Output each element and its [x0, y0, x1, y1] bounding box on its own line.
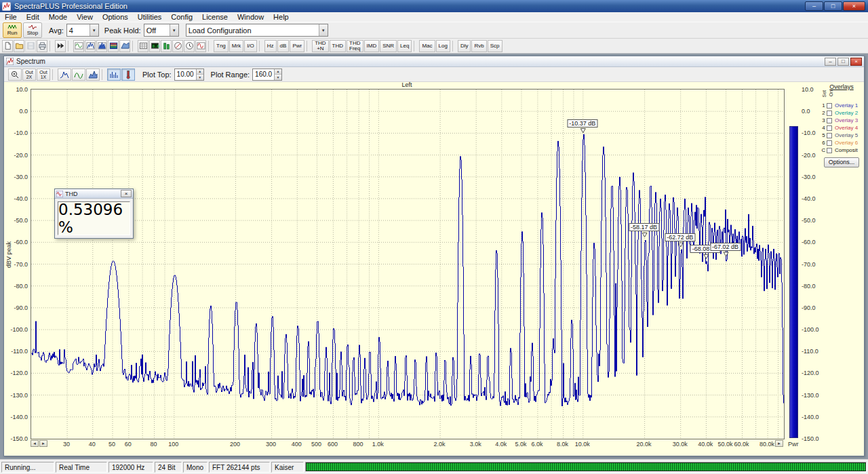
plot-top-input[interactable]: 10.00 ▲ ▼ [174, 68, 204, 81]
spin-up-icon[interactable]: ▲ [197, 69, 203, 75]
filled-curve-button[interactable] [86, 68, 100, 81]
toolbar-button-thd-n[interactable]: THD +N [312, 40, 328, 52]
overlay-set-number[interactable]: 3 [821, 117, 827, 123]
clock-button[interactable] [184, 40, 195, 52]
digits-button[interactable]: 8.8 [149, 40, 160, 52]
overlay-on-checkbox[interactable] [827, 148, 832, 153]
scroll-left2-button[interactable]: ► [39, 440, 47, 447]
zoom-out-1x-button[interactable]: Out 1X [37, 68, 50, 81]
level-bar-toggle[interactable] [121, 68, 135, 81]
spectrum-filled-button[interactable] [96, 40, 107, 52]
toolbar-button-rvb[interactable]: Rvb [471, 40, 486, 52]
x-axis-tick-label: 5.0k [515, 441, 527, 448]
zoom-out-2x-button[interactable]: Out 2X [22, 68, 36, 81]
bar-display-toggle[interactable] [107, 68, 121, 81]
menu-file[interactable]: File [0, 12, 22, 22]
peak-curve-button[interactable] [58, 68, 71, 81]
toolbar-button-pwr[interactable]: Pwr [290, 40, 304, 52]
signal-generator-button[interactable] [195, 40, 206, 52]
chevron-down-icon[interactable]: ▼ [90, 24, 98, 36]
toolbar-button-mrk[interactable]: Mrk [229, 40, 243, 52]
fast-forward-button[interactable] [55, 40, 66, 52]
toolbar-button-i-o[interactable]: I/O [244, 40, 257, 52]
spin-down-icon[interactable]: ▼ [197, 75, 203, 80]
time-series-button[interactable] [73, 40, 84, 52]
load-configuration-select[interactable]: Load Configuration ▼ [186, 24, 328, 37]
title-bar[interactable]: SpectraPLUS Professional Edition – □ × [0, 0, 868, 12]
peak-hold-select[interactable]: Off ▼ [144, 24, 179, 37]
overlay-on-checkbox[interactable] [827, 118, 832, 123]
toolbar-button-dly[interactable]: Dly [458, 40, 471, 52]
toolbar-button-db[interactable]: dB [277, 40, 290, 52]
spectrum-plot[interactable] [31, 89, 785, 439]
menu-options[interactable]: Options [98, 12, 133, 22]
menu-help[interactable]: Help [269, 12, 294, 22]
toolbar-button-thd-freq[interactable]: THD Freq [347, 40, 363, 52]
maximize-button[interactable]: □ [824, 1, 842, 11]
menu-window[interactable]: Window [233, 12, 269, 22]
avg-value: 4 [67, 26, 90, 35]
overlay-on-checkbox[interactable] [827, 103, 832, 108]
toolbar-button-thd[interactable]: THD [330, 40, 346, 52]
toolbar-button-leq[interactable]: Leq [397, 40, 412, 52]
overlay-on-checkbox[interactable] [827, 140, 832, 146]
phase-button[interactable] [172, 40, 183, 52]
level-meter-button[interactable] [161, 40, 172, 52]
chevron-down-icon[interactable]: ▼ [319, 24, 328, 36]
spectrum-maximize-button[interactable]: □ [837, 58, 849, 66]
open-folder-button[interactable] [14, 40, 24, 52]
menu-utilities[interactable]: Utilities [133, 12, 166, 22]
menu-license[interactable]: License [197, 12, 233, 22]
overlay-on-checkbox[interactable] [827, 133, 832, 138]
smooth-curve-button[interactable] [72, 68, 85, 81]
spectrogram-button[interactable] [108, 40, 119, 52]
x-axis-tick-label: 4.0k [495, 441, 507, 448]
thd-titlebar[interactable]: THD × [55, 189, 133, 199]
x-axis-tick-label: 200 [230, 441, 240, 448]
overlay-on-checkbox[interactable] [827, 111, 832, 116]
toolbar-button-imd[interactable]: IMD [364, 40, 380, 52]
save-icon [26, 41, 35, 50]
spin-down-icon[interactable]: ▼ [275, 75, 281, 80]
spectrum-button[interactable] [85, 40, 96, 52]
spectrum-minimize-button[interactable]: – [825, 58, 836, 66]
toolbar-button-hz[interactable]: Hz [264, 40, 277, 52]
run-button[interactable]: Run [3, 22, 22, 38]
y-axis-tick-label: -50.0 [7, 217, 28, 224]
menu-config[interactable]: Config [166, 12, 197, 22]
spectrum-close-button[interactable]: × [850, 58, 862, 66]
menu-edit[interactable]: Edit [22, 12, 44, 22]
toolbar-button-snr[interactable]: SNR [380, 40, 397, 52]
minimize-button[interactable]: – [805, 1, 823, 11]
scroll-left-button[interactable]: ◄ [31, 440, 39, 447]
toolbar-button-log[interactable]: Log [436, 40, 450, 52]
thd-close-button[interactable]: × [121, 190, 132, 197]
spin-up-icon[interactable]: ▲ [275, 69, 281, 75]
overlays-options-button[interactable]: Options... [824, 157, 859, 167]
chevron-down-icon[interactable]: ▼ [170, 24, 178, 36]
menu-mode[interactable]: Mode [44, 12, 73, 22]
avg-select[interactable]: 4 ▼ [66, 24, 99, 37]
overlay-on-checkbox[interactable] [827, 125, 832, 131]
zoom-in-button[interactable] [8, 68, 22, 81]
overlay-label: Overlay 2 [835, 110, 858, 116]
menu-view[interactable]: View [72, 12, 98, 22]
spectrum-window[interactable]: Spectrum – □ × Out 2X Out 1X [3, 56, 865, 456]
spectrum-titlebar[interactable]: Spectrum – □ × [4, 56, 864, 67]
toolbar-button-mac[interactable]: Mac [419, 40, 435, 52]
avg-label: Avg: [49, 26, 64, 35]
y-axis-tick-label-right: 0.0 [802, 108, 825, 115]
overlay-set-number[interactable]: 6 [821, 140, 827, 146]
new-file-button[interactable] [2, 40, 13, 52]
scroll-right-button[interactable]: ► [775, 440, 783, 447]
table-button[interactable] [138, 40, 149, 52]
stop-button[interactable]: Stop [23, 22, 42, 38]
thd-window[interactable]: THD × 0.53096 % [54, 189, 134, 239]
print-button[interactable] [37, 40, 47, 52]
close-button[interactable]: × [843, 1, 865, 11]
toolbar-button-tng[interactable]: Tng [214, 40, 229, 52]
surface-3d-button[interactable] [119, 40, 130, 52]
save-button[interactable] [25, 40, 36, 52]
plot-range-input[interactable]: 160.0 ▲ ▼ [252, 68, 282, 81]
toolbar-button-scp[interactable]: Scp [488, 40, 502, 52]
